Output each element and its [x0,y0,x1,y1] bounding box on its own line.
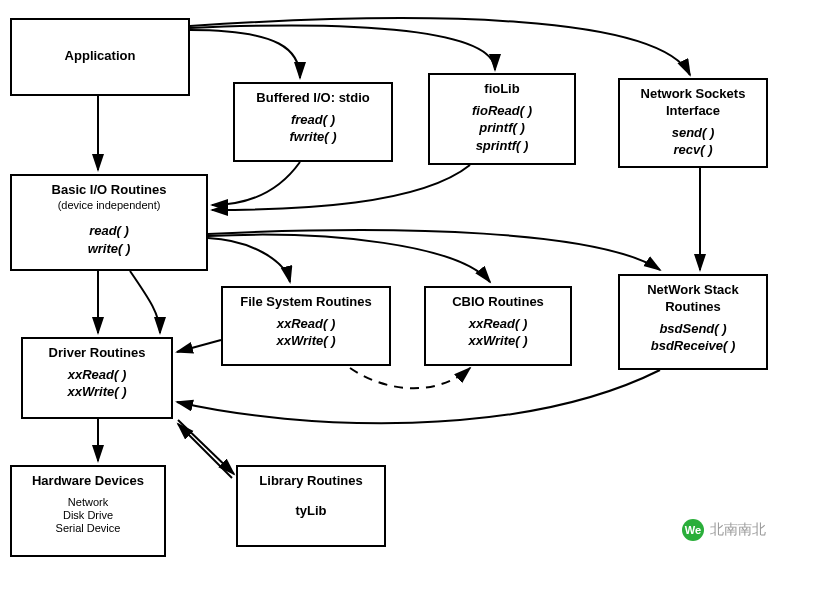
driver-title: Driver Routines [27,345,167,362]
buffered-io-box: Buffered I/O: stdio fread( )fwrite( ) [233,82,393,162]
netstack-box: NetWork StackRoutines bsdSend( )bsdRecei… [618,274,768,370]
netstack-funcs: bsdSend( )bsdReceive( ) [624,320,762,355]
hardware-sub: NetworkDisk DriveSerial Device [16,496,160,536]
fiolib-title: fioLib [434,81,570,98]
wechat-icon: We [682,519,704,541]
basicio-title: Basic I/O Routines [16,182,202,199]
watermark-text: 北南南北 [710,521,766,539]
filesys-funcs: xxRead( )xxWrite( ) [227,315,385,350]
library-funcs: tyLib [242,502,380,520]
netsockets-funcs: send( )recv( ) [624,124,762,159]
driver-box: Driver Routines xxRead( )xxWrite( ) [21,337,173,419]
netsockets-box: Network SocketsInterface send( )recv( ) [618,78,768,168]
hardware-box: Hardware Devices NetworkDisk DriveSerial… [10,465,166,557]
cbio-funcs: xxRead( )xxWrite( ) [430,315,566,350]
application-title: Application [16,48,184,65]
basicio-sub: (device independent) [16,199,202,212]
library-title: Library Routines [242,473,380,490]
basicio-funcs: read( )write( ) [16,222,202,257]
netstack-title: NetWork StackRoutines [624,282,762,316]
application-box: Application [10,18,190,96]
fiolib-box: fioLib fioRead( )printf( )sprintf( ) [428,73,576,165]
buffered-io-title: Buffered I/O: stdio [239,90,387,107]
watermark: We 北南南北 [682,519,766,541]
library-box: Library Routines tyLib [236,465,386,547]
filesys-title: File System Routines [227,294,385,311]
buffered-io-funcs: fread( )fwrite( ) [239,111,387,146]
cbio-title: CBIO Routines [430,294,566,311]
fiolib-funcs: fioRead( )printf( )sprintf( ) [434,102,570,155]
driver-funcs: xxRead( )xxWrite( ) [27,366,167,401]
netsockets-title: Network SocketsInterface [624,86,762,120]
hardware-title: Hardware Devices [16,473,160,490]
cbio-box: CBIO Routines xxRead( )xxWrite( ) [424,286,572,366]
filesys-box: File System Routines xxRead( )xxWrite( ) [221,286,391,366]
basicio-box: Basic I/O Routines (device independent) … [10,174,208,271]
